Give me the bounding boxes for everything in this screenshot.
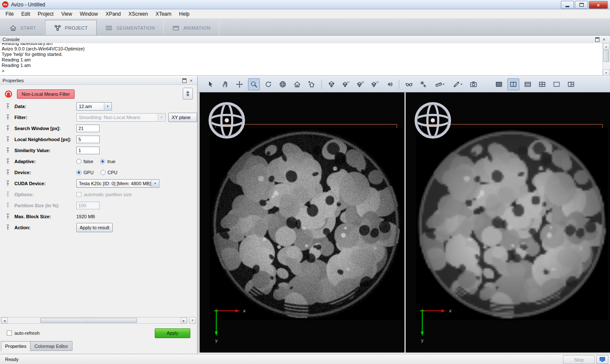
minimize-button[interactable] xyxy=(561,1,574,9)
port-row-adaptive: Adaptive: false true xyxy=(0,156,197,167)
close-button[interactable]: × xyxy=(589,1,608,9)
trackball-tool-button[interactable] xyxy=(277,78,289,90)
scroll-right-icon[interactable]: ▶ xyxy=(181,317,187,323)
scrollbar-thumb[interactable]: ⋮⋮ xyxy=(40,318,137,323)
pan-tool-button[interactable] xyxy=(219,78,231,90)
port-row-action: Action: Apply to result xyxy=(0,222,197,233)
toolbar-separator xyxy=(399,80,399,89)
menu-xpand[interactable]: XPand xyxy=(102,10,125,18)
tab-properties[interactable]: Properties xyxy=(1,341,31,351)
pin-icon[interactable] xyxy=(6,125,10,131)
translate-tool-button[interactable] xyxy=(234,78,245,90)
module-name-chip[interactable]: Non-Local Means Filter xyxy=(17,89,75,99)
xz-view-button[interactable]: XZ xyxy=(354,78,366,90)
layout-split-button[interactable] xyxy=(565,78,577,90)
pin-icon[interactable] xyxy=(6,147,10,153)
hand-icon xyxy=(221,81,229,88)
menu-help[interactable]: Help xyxy=(175,10,193,18)
local-neighborhood-input[interactable]: 5 xyxy=(76,136,100,143)
select-tool-button[interactable] xyxy=(205,78,217,90)
pin-icon[interactable] xyxy=(6,158,10,164)
console-close-button[interactable]: × xyxy=(601,36,607,42)
snapshot-button[interactable] xyxy=(468,78,479,90)
device-cpu-radio[interactable] xyxy=(100,170,106,175)
module-icon xyxy=(4,90,13,98)
tab-project[interactable]: PROJECT xyxy=(45,20,97,35)
pin-icon[interactable] xyxy=(6,214,10,220)
layout-quad-button[interactable] xyxy=(536,78,548,90)
tab-animation[interactable]: ANIMATION xyxy=(164,21,219,35)
maximize-button[interactable] xyxy=(575,1,588,9)
tab-segmentation[interactable]: SEGMENTATION xyxy=(97,21,164,35)
apply-to-result-button[interactable]: Apply to result xyxy=(76,223,113,232)
properties-float-button[interactable] xyxy=(181,78,188,83)
apply-button[interactable]: Apply xyxy=(155,328,190,338)
annotate-tool-button[interactable]: ▾ xyxy=(450,78,465,90)
scroll-up-icon[interactable]: ▲ xyxy=(603,43,610,50)
float-icon xyxy=(595,37,599,42)
pin-icon[interactable] xyxy=(6,169,10,175)
auto-refresh-label: auto-refresh xyxy=(14,331,39,336)
adaptive-true-radio[interactable] xyxy=(100,159,105,164)
console-float-button[interactable] xyxy=(594,36,601,42)
zoom-tool-button[interactable] xyxy=(248,78,260,90)
stereo-button[interactable] xyxy=(403,78,415,90)
menu-xteam[interactable]: XTeam xyxy=(152,10,175,18)
properties-hscrollbar[interactable]: ◀ ⋮⋮ ▶ xyxy=(1,317,187,324)
data-combobox[interactable]: 12.am ▼ xyxy=(76,102,112,111)
pin-icon[interactable] xyxy=(6,203,10,208)
chevron-down-icon[interactable]: ▼ xyxy=(151,180,159,187)
device-gpu-radio[interactable] xyxy=(76,170,81,175)
menu-edit[interactable]: Edit xyxy=(17,10,34,18)
scroll-down-icon[interactable]: ▼ xyxy=(603,69,610,76)
layout-rows-button[interactable] xyxy=(522,78,534,90)
viewport-right-filtered[interactable] xyxy=(406,92,610,353)
search-window-input[interactable]: 21 xyxy=(76,125,100,132)
console-output[interactable]: Reading labelsbinary.am Avizo 9.0.0 (arc… xyxy=(0,43,603,76)
set-home-view-button[interactable] xyxy=(306,78,318,90)
pin-icon[interactable] xyxy=(6,181,10,186)
menu-project[interactable]: Project xyxy=(34,10,57,18)
pin-icon[interactable] xyxy=(6,103,10,109)
show-ports-button[interactable] xyxy=(183,88,193,100)
chevron-down-icon[interactable]: ▼ xyxy=(104,103,111,110)
menu-window[interactable]: Window xyxy=(76,10,102,18)
tab-colormap-editor[interactable]: Colormap Editor xyxy=(30,341,72,351)
auto-refresh-checkbox[interactable] xyxy=(7,331,12,336)
rotate-tool-button[interactable] xyxy=(262,78,274,90)
layout-single-button[interactable] xyxy=(493,78,505,90)
free-view-button[interactable] xyxy=(326,78,337,90)
layout-double-button[interactable] xyxy=(507,78,519,90)
measure-tool-button[interactable]: ▾ xyxy=(432,78,447,90)
magnifier-icon xyxy=(250,81,258,88)
layout-custom-button[interactable] xyxy=(551,78,563,90)
pin-icon[interactable] xyxy=(6,192,10,197)
adaptive-false-radio[interactable] xyxy=(76,159,81,164)
pin-icon[interactable] xyxy=(6,225,10,231)
properties-close-button[interactable]: × xyxy=(188,78,195,83)
home-icon xyxy=(9,24,17,32)
scrollbar-thumb[interactable] xyxy=(603,50,609,62)
menu-file[interactable]: File xyxy=(2,10,17,18)
scroll-left-icon[interactable]: ◀ xyxy=(1,317,8,323)
tab-start[interactable]: START xyxy=(1,21,45,35)
menu-view[interactable]: View xyxy=(57,10,76,18)
xy-plane-button[interactable]: XY plane xyxy=(168,113,197,122)
interact-tool-button[interactable] xyxy=(418,78,429,90)
viewer-window-button[interactable] xyxy=(596,355,608,364)
pin-icon[interactable] xyxy=(6,136,10,142)
cuda-device-combobox[interactable]: Tesla K20c [ID: 0] [Mem: 4800 MB] ▼ xyxy=(76,179,159,188)
viewport-left-original[interactable] xyxy=(200,92,404,353)
console-scrollbar[interactable]: ▲ ▼ xyxy=(602,43,610,76)
pin-icon[interactable] xyxy=(6,114,10,120)
seek-tool-button[interactable] xyxy=(383,78,395,90)
xy-view-button[interactable]: XY xyxy=(340,78,352,90)
scroll-down-corner-button[interactable]: ▼ xyxy=(189,317,196,324)
yz-view-button[interactable]: YZ xyxy=(369,78,381,90)
menu-xscreen[interactable]: XScreen xyxy=(125,10,152,18)
port-row-data: Data: 12.am ▼ xyxy=(0,101,197,112)
port-row-cuda-device: CUDA Device: Tesla K20c [ID: 0] [Mem: 48… xyxy=(0,178,197,189)
similarity-value-input[interactable]: 1 xyxy=(76,147,100,154)
stop-button[interactable]: Stop xyxy=(563,355,595,364)
home-view-button[interactable] xyxy=(291,78,303,90)
